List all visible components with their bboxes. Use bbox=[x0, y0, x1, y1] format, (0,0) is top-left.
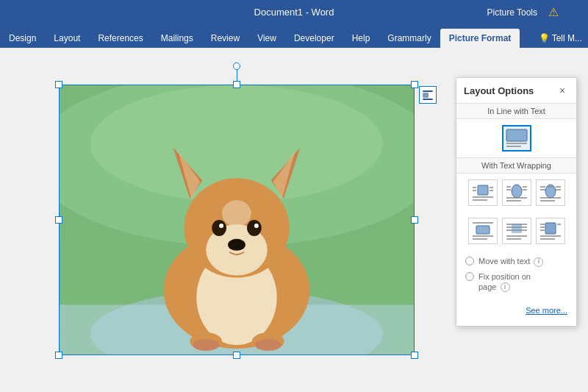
move-with-text-radio[interactable] bbox=[465, 257, 474, 266]
fix-position-label: Fix position onpage i bbox=[478, 271, 531, 293]
tell-me-label: Tell M... bbox=[552, 33, 582, 43]
handle-bottom-right[interactable] bbox=[411, 352, 418, 359]
svg-point-15 bbox=[219, 224, 223, 228]
svg-rect-59 bbox=[512, 224, 522, 233]
infront-text-icon bbox=[539, 221, 562, 241]
see-more-container: See more... bbox=[456, 302, 576, 318]
document-title: Document1 - Word bbox=[254, 7, 334, 18]
svg-rect-26 bbox=[478, 185, 488, 195]
handle-top-right[interactable] bbox=[411, 81, 418, 88]
wrapping-section-label: With Text Wrapping bbox=[456, 157, 576, 174]
topbottom-wrap-icon bbox=[471, 221, 495, 241]
layout-panel-title: Layout Options bbox=[464, 85, 534, 96]
inline-icon-button[interactable] bbox=[502, 125, 531, 152]
ribbon-tabs: Design Layout References Mailings Review… bbox=[0, 24, 588, 48]
wrapping-icons-row-1 bbox=[456, 174, 576, 212]
image-container[interactable] bbox=[59, 85, 415, 355]
square-wrap-button[interactable] bbox=[468, 179, 498, 206]
layout-options-panel: Layout Options × In Line with Text With … bbox=[456, 77, 577, 327]
svg-point-10 bbox=[255, 339, 282, 351]
behind-text-button[interactable] bbox=[502, 218, 531, 244]
layout-toggle-icon bbox=[422, 89, 434, 101]
inline-section-label: In Line with Text bbox=[456, 103, 576, 119]
svg-point-14 bbox=[247, 220, 262, 236]
handle-bottom-left[interactable] bbox=[55, 352, 62, 359]
svg-rect-20 bbox=[423, 93, 429, 98]
warning-icon: ⚠ bbox=[548, 5, 559, 19]
svg-point-9 bbox=[193, 339, 219, 351]
see-more-link[interactable]: See more... bbox=[526, 306, 567, 315]
corgi-image bbox=[60, 85, 414, 354]
handle-top-left[interactable] bbox=[55, 81, 62, 88]
inline-icons-row bbox=[456, 119, 576, 157]
square-wrap-icon bbox=[471, 182, 495, 203]
svg-rect-22 bbox=[506, 129, 527, 141]
svg-point-18 bbox=[222, 200, 251, 227]
svg-point-17 bbox=[228, 239, 245, 251]
document-area: Layout Options × In Line with Text With … bbox=[0, 48, 588, 392]
layout-panel-header: Layout Options × bbox=[456, 78, 576, 103]
fix-position-radio[interactable] bbox=[465, 272, 474, 281]
selected-image[interactable] bbox=[59, 85, 415, 355]
tab-developer[interactable]: Developer bbox=[285, 29, 343, 48]
svg-rect-51 bbox=[476, 226, 490, 234]
behind-text-icon bbox=[505, 221, 528, 241]
layout-options-group: Move with text i Fix position onpage i bbox=[456, 250, 576, 302]
through-wrap-icon bbox=[539, 182, 562, 203]
inline-icon bbox=[505, 128, 528, 149]
tab-mailings[interactable]: Mailings bbox=[152, 29, 202, 48]
svg-rect-65 bbox=[545, 223, 556, 234]
tab-layout[interactable]: Layout bbox=[45, 29, 89, 48]
topbottom-wrap-button[interactable] bbox=[468, 218, 498, 244]
svg-rect-21 bbox=[423, 99, 433, 100]
move-info-icon[interactable]: i bbox=[534, 257, 543, 267]
layout-toggle-button[interactable] bbox=[419, 86, 437, 104]
wrapping-icons-row-2 bbox=[456, 212, 576, 250]
layout-panel-close-button[interactable]: × bbox=[556, 84, 569, 97]
fix-info-icon[interactable]: i bbox=[501, 282, 510, 292]
tab-picture-format[interactable]: Picture Format bbox=[440, 29, 520, 48]
tab-help[interactable]: Help bbox=[343, 29, 379, 48]
handle-top-middle[interactable] bbox=[233, 81, 240, 88]
tab-review[interactable]: Review bbox=[202, 29, 248, 48]
handle-bottom-middle[interactable] bbox=[233, 352, 240, 359]
picture-tools-area: Picture Tools ⚠ bbox=[480, 0, 588, 24]
svg-rect-19 bbox=[423, 90, 433, 92]
tight-wrap-button[interactable] bbox=[502, 179, 531, 206]
tab-references[interactable]: References bbox=[89, 29, 151, 48]
tight-wrap-icon bbox=[505, 182, 528, 203]
rotate-circle[interactable] bbox=[233, 63, 240, 70]
tab-view[interactable]: View bbox=[248, 29, 285, 48]
picture-tools-label: Picture Tools bbox=[480, 0, 545, 24]
through-wrap-button[interactable] bbox=[536, 179, 565, 206]
svg-point-13 bbox=[212, 220, 226, 236]
fix-position-option[interactable]: Fix position onpage i bbox=[465, 271, 567, 293]
tab-design[interactable]: Design bbox=[0, 29, 45, 48]
handle-middle-left[interactable] bbox=[55, 216, 62, 224]
bulb-icon: 💡 bbox=[539, 33, 550, 43]
infront-text-button[interactable] bbox=[536, 218, 565, 244]
tell-me-button[interactable]: 💡 Tell M... bbox=[533, 29, 588, 48]
handle-middle-right[interactable] bbox=[411, 216, 418, 224]
svg-point-16 bbox=[254, 224, 259, 228]
move-with-text-label: Move with text i bbox=[478, 256, 543, 267]
title-bar: Document1 - Word Picture Tools ⚠ bbox=[0, 0, 588, 24]
tab-grammarly[interactable]: Grammarly bbox=[379, 29, 440, 48]
move-with-text-option[interactable]: Move with text i bbox=[465, 256, 567, 267]
